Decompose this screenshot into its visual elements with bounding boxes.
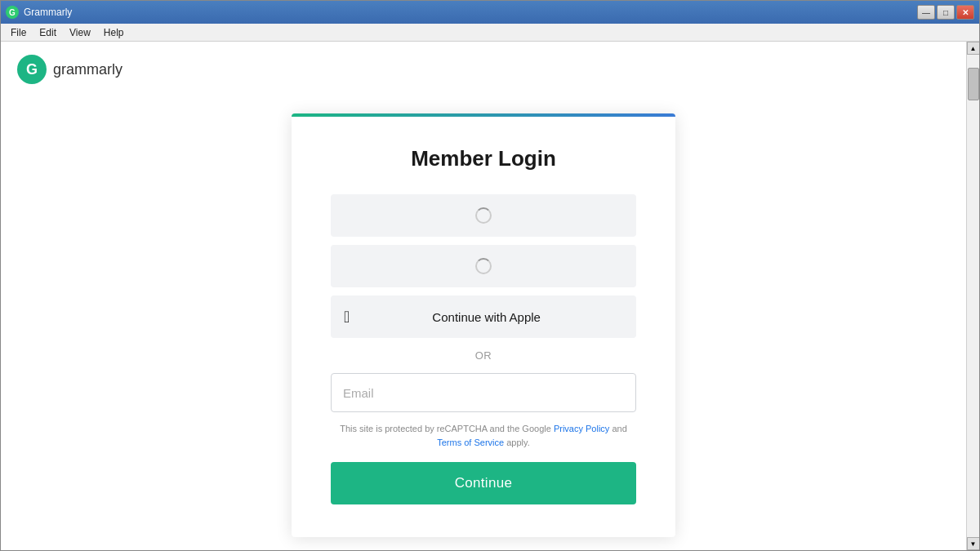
window-controls: — □ ✕	[917, 5, 974, 20]
continue-button[interactable]: Continue	[331, 462, 636, 504]
grammarly-logo-icon: G	[17, 55, 47, 84]
apple-login-button[interactable]:  Continue with Apple	[331, 295, 636, 338]
login-title: Member Login	[331, 146, 636, 171]
email-input[interactable]	[331, 373, 636, 412]
close-button[interactable]: ✕	[956, 5, 974, 20]
social-login-btn-1[interactable]	[331, 194, 636, 237]
menu-edit[interactable]: Edit	[33, 25, 63, 40]
logo-area: G grammarly	[1, 42, 966, 97]
menu-help[interactable]: Help	[97, 25, 131, 40]
privacy-policy-link[interactable]: Privacy Policy	[554, 424, 609, 433]
menu-file[interactable]: File	[4, 25, 33, 40]
recaptcha-prefix: This site is protected by reCAPTCHA and …	[340, 424, 554, 433]
card-body: Member Login 	[292, 117, 675, 537]
title-bar: G Grammarly — □ ✕	[1, 1, 979, 24]
app-icon: G	[6, 6, 19, 19]
login-card: Member Login 	[292, 113, 675, 537]
apple-icon: 	[344, 309, 350, 325]
maximize-button[interactable]: □	[937, 5, 955, 20]
window-title: Grammarly	[24, 7, 72, 18]
apple-btn-label: Continue with Apple	[350, 310, 623, 324]
page-area: G grammarly Member Login	[1, 42, 966, 550]
recaptcha-suffix: apply.	[504, 438, 530, 447]
content-wrapper: G grammarly Member Login	[1, 42, 979, 550]
minimize-button[interactable]: —	[917, 5, 935, 20]
window: G Grammarly — □ ✕ File Edit View Help G …	[0, 0, 980, 551]
recaptcha-and: and	[609, 424, 626, 433]
loading-spinner-2	[475, 258, 492, 274]
terms-of-service-link[interactable]: Terms of Service	[437, 438, 504, 447]
menu-bar: File Edit View Help	[1, 24, 979, 42]
recaptcha-notice: This site is protected by reCAPTCHA and …	[331, 422, 636, 449]
loading-spinner-1	[475, 207, 492, 224]
title-bar-left: G Grammarly	[6, 6, 72, 19]
login-container: Member Login 	[1, 97, 966, 550]
scrollbar-down-arrow[interactable]: ▼	[967, 537, 980, 550]
main-content: G grammarly Member Login	[1, 42, 979, 550]
scrollbar: ▲ ▼	[966, 42, 979, 550]
scrollbar-thumb[interactable]	[968, 68, 979, 100]
scrollbar-up-arrow[interactable]: ▲	[967, 42, 980, 55]
social-login-btn-2[interactable]	[331, 245, 636, 287]
or-divider: OR	[331, 349, 636, 362]
grammarly-logo-text: grammarly	[53, 61, 122, 78]
menu-view[interactable]: View	[63, 25, 97, 40]
